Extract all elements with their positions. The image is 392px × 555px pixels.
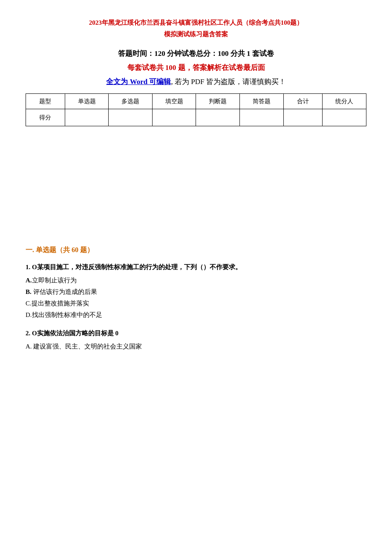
score-table: 题型 单选题 多选题 填空题 判断题 简答题 合计 统分人 得分 — [26, 93, 366, 126]
question-2-option-a: A. 建设富强、民主、文明的社会主义国家 — [26, 341, 366, 352]
col-single: 单选题 — [65, 94, 109, 109]
question-2-number: 2. O实施依法治国方略的目标是 0 — [26, 329, 366, 337]
question-1-option-d: D.找出强制性标准中的不足 — [26, 309, 366, 321]
score-short — [240, 109, 284, 126]
header-section: 2023年黑龙江绥化市兰西县奋斗镇富强村社区工作人员（综合考点共100题） 模拟… — [26, 17, 366, 40]
question-1-option-a: A.立即制止该行为 — [26, 275, 366, 286]
score-total — [283, 109, 323, 126]
score-fill — [152, 109, 196, 126]
col-fill: 填空题 — [152, 94, 196, 109]
word-edit-line: 全文为 Word 可编辑, 若为 PDF 皆为盗版，请谨慎购买！ — [26, 77, 366, 87]
section1-title: 一. 单选题（共 60 题） — [26, 246, 366, 255]
col-scorer: 统分人 — [323, 94, 366, 109]
score-multi — [109, 109, 153, 126]
col-multi: 多选题 — [109, 94, 153, 109]
score-table-value-row: 得分 — [26, 109, 366, 126]
col-judge: 判断题 — [196, 94, 240, 109]
col-short: 简答题 — [240, 94, 284, 109]
question-1-number: 1. O某项目施工，对违反强制性标准施工的行为的处理，下列（）不作要求。 — [26, 263, 366, 271]
question-2-block: 2. O实施依法治国方略的目标是 0 A. 建设富强、民主、文明的社会主义国家 — [26, 329, 366, 352]
score-scorer — [323, 109, 366, 126]
score-table-header-row: 题型 单选题 多选题 填空题 判断题 简答题 合计 统分人 — [26, 94, 366, 109]
header-title: 2023年黑龙江绥化市兰西县奋斗镇富强村社区工作人员（综合考点共100题） 模拟… — [26, 17, 366, 40]
question-1-block: 1. O某项目施工，对违反强制性标准施工的行为的处理，下列（）不作要求。 A.立… — [26, 263, 366, 321]
subtitle-section: 答题时间：120 分钟试卷总分：100 分共 1 套试卷 每套试卷共 100 题… — [26, 49, 366, 87]
col-type: 题型 — [26, 94, 65, 109]
answer-time: 答题时间：120 分钟试卷总分：100 分共 1 套试卷 — [26, 49, 366, 58]
word-edit-suffix: , 若为 PDF 皆为盗版，请谨慎购买！ — [171, 78, 285, 86]
question-1-option-b: B. 评估该行为造成的后果 — [26, 286, 366, 298]
question-1-option-c: C.提出整改措施并落实 — [26, 298, 366, 309]
word-edit-label: 全文为 Word 可编辑 — [106, 78, 171, 86]
score-judge — [196, 109, 240, 126]
score-single — [65, 109, 109, 126]
row-score-label: 得分 — [26, 109, 65, 126]
col-total: 合计 — [283, 94, 323, 109]
per-exam-line: 每套试卷共 100 题，答案解析在试卷最后面 — [26, 63, 366, 73]
